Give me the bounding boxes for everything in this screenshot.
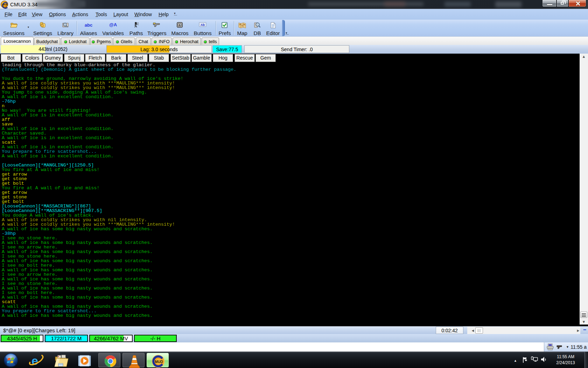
svg-text:e: e bbox=[31, 354, 38, 367]
svg-text:MUD: MUD bbox=[155, 360, 163, 364]
svg-text:Ab: Ab bbox=[201, 23, 205, 27]
svg-text:A: A bbox=[179, 23, 181, 27]
